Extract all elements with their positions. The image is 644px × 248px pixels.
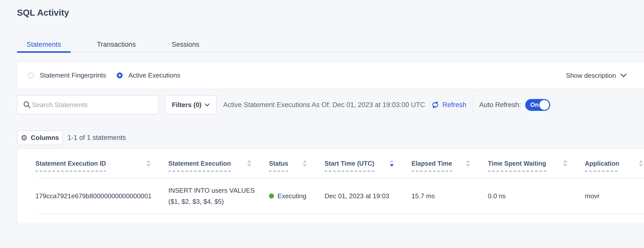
sort-icon[interactable] (639, 160, 643, 167)
tab-sessions[interactable]: Sessions (162, 37, 209, 52)
refresh-icon (431, 101, 440, 109)
cell-elapsed-time: 15.7 ms (411, 192, 488, 200)
toggle-knob (539, 100, 549, 110)
auto-refresh-label: Auto Refresh: (479, 101, 521, 109)
show-description-label: Show description (566, 71, 616, 79)
cell-application: movr (585, 192, 644, 200)
refresh-button[interactable]: Refresh (431, 101, 466, 109)
filters-button[interactable]: Filters (0) (165, 95, 217, 114)
search-icon (23, 101, 31, 109)
tab-transactions[interactable]: Transactions (87, 37, 146, 52)
status-badge: Executing (278, 192, 306, 200)
column-header-statement-execution-id[interactable]: Statement Execution ID (35, 160, 168, 167)
table-row: 179cca7921e679b80000000000000001 INSERT … (35, 178, 644, 214)
chevron-down-icon (205, 103, 210, 107)
table-controls-row: ⚙ Columns 1-1 of 1 statements (17, 131, 126, 145)
radio-selected-icon[interactable] (117, 72, 123, 78)
radio-statement-fingerprints[interactable]: Statement Fingerprints (28, 71, 106, 79)
cell-statement-execution[interactable]: INSERT INTO users VALUES ($1, $2, $3, $4… (168, 185, 269, 207)
sort-icon[interactable] (147, 160, 151, 167)
sort-icon[interactable] (303, 160, 307, 167)
radio-active-executions-label: Active Executions (128, 71, 180, 79)
status-executing-icon (269, 193, 274, 199)
filters-button-label: Filters (0) (172, 101, 201, 109)
cell-statement-execution-id: 179cca7921e679b80000000000000001 (35, 192, 168, 200)
column-header-time-spent-waiting[interactable]: Time Spent Waiting (488, 160, 585, 167)
sort-icon-active-desc[interactable] (390, 160, 394, 167)
search-input[interactable] (17, 95, 158, 114)
vertical-divider (473, 94, 473, 115)
controls-row: Filters (0) Active Statement Executions … (17, 95, 550, 115)
cell-time-spent-waiting: 0.0 ns (488, 192, 585, 200)
cell-start-time: Dec 01, 2023 at 19:03 (325, 192, 411, 200)
tab-statements[interactable]: Statements (17, 37, 71, 52)
sort-icon[interactable] (563, 160, 567, 167)
radio-active-executions[interactable]: Active Executions (117, 71, 180, 79)
column-header-status[interactable]: Status (269, 160, 325, 167)
column-header-elapsed-time[interactable]: Elapsed Time (411, 160, 488, 167)
sort-icon[interactable] (466, 160, 470, 167)
show-description-toggle[interactable]: Show description (566, 71, 627, 79)
auto-refresh-toggle-state: On (530, 101, 539, 108)
page-title: SQL Activity (17, 8, 69, 18)
tab-bar: Statements Transactions Sessions (17, 37, 644, 52)
column-header-application[interactable]: Application (585, 160, 644, 167)
columns-button[interactable]: ⚙ Columns (17, 131, 63, 145)
radio-statement-fingerprints-label: Statement Fingerprints (40, 71, 106, 79)
column-header-start-time[interactable]: Start Time (UTC) (325, 160, 411, 167)
table-header-row: Statement Execution ID Statement Executi… (35, 149, 644, 178)
radio-unselected-icon[interactable] (28, 72, 34, 78)
auto-refresh-toggle[interactable]: On (525, 99, 550, 111)
statements-table-card: Statement Execution ID Statement Executi… (17, 149, 644, 224)
gear-icon: ⚙ (21, 134, 28, 142)
cell-status: Executing (269, 192, 325, 200)
view-mode-card: Statement Fingerprints Active Executions… (17, 62, 644, 89)
statements-table: Statement Execution ID Statement Executi… (35, 149, 644, 214)
columns-button-label: Columns (31, 134, 59, 142)
column-header-statement-execution[interactable]: Statement Execution (168, 160, 269, 167)
as-of-timestamp: Active Statement Executions As Of: Dec 0… (223, 101, 425, 109)
sort-icon[interactable] (247, 160, 251, 167)
search-box[interactable] (17, 95, 158, 114)
chevron-down-icon (620, 73, 627, 78)
refresh-label: Refresh (442, 101, 466, 109)
result-count: 1-1 of 1 statements (67, 134, 126, 142)
